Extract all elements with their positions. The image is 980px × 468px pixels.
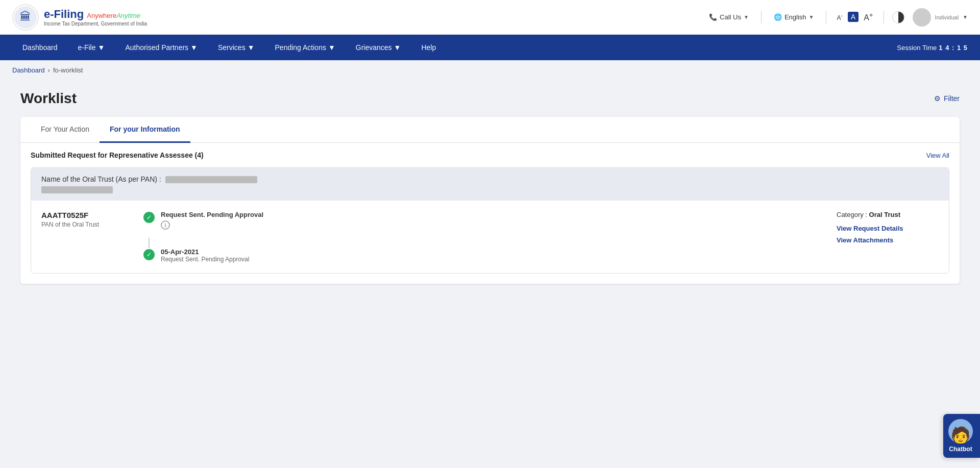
logo-text: e-Filing AnywhereAnytime Income Tax Depa… [44,8,147,27]
timeline-text-main-1: Request Sent. Pending Approval [161,211,263,218]
nav-pending-actions[interactable]: Pending Actions ▼ [265,35,346,60]
trust-name-redacted [165,176,257,183]
worklist-card: For Your Action For your Information Sub… [20,117,960,284]
session-label: Session Time [897,44,937,52]
page-title: Worklist [20,90,77,107]
view-all-link[interactable]: View All [926,152,949,159]
globe-icon: 🌐 [774,13,782,21]
meta-info: Category : Oral Trust View Request Detai… [837,211,939,248]
user-area: Individual ▼ [913,8,968,27]
timeline-text-sub-2: Request Sent. Pending Approval [161,256,249,263]
timeline-item-2: ✓ 05-Apr-2021 Request Sent. Pending Appr… [143,248,816,263]
font-large-button[interactable]: A+ [862,10,875,23]
grievances-chevron: ▼ [394,43,401,52]
filter-icon: ⚙ [934,94,941,103]
font-controls: A- A A+ [835,10,875,23]
breadcrumb-current: fo-worklist [53,66,83,74]
user-chevron[interactable]: ▼ [963,14,968,20]
phone-icon: 📞 [709,13,717,21]
request-card: Name of the Oral Trust (As per PAN) : AA… [31,167,949,274]
request-trust-name-label: Name of the Oral Trust (As per PAN) : [41,175,939,193]
svg-text:🏛: 🏛 [20,10,31,23]
breadcrumb-separator: › [48,66,50,74]
timeline-content-2: 05-Apr-2021 Request Sent. Pending Approv… [161,248,249,263]
language-chevron: ▼ [809,14,814,20]
tabs: For Your Action For your Information [20,117,960,143]
tab-for-your-information[interactable]: For your Information [100,117,190,143]
info-icon-1[interactable]: ℹ [161,220,170,230]
contrast-button[interactable] [892,11,904,23]
efile-chevron: ▼ [98,43,105,52]
pan-number: AAATT0525F [41,211,123,219]
timeline-content-1: Request Sent. Pending Approval ℹ [161,211,263,230]
emblem-icon: 🏛 [12,4,39,31]
filter-label: Filter [944,94,960,103]
font-small-button[interactable]: A- [835,12,844,22]
session-time: Session Time 1 4 : 1 5 [897,44,968,52]
font-medium-button[interactable]: A [848,12,859,22]
view-request-details-link[interactable]: View Request Details [837,225,939,232]
nav-dashboard[interactable]: Dashboard [12,35,68,60]
logo-area: 🏛 e-Filing AnywhereAnytime Income Tax De… [12,4,147,31]
category-text: Category : Oral Trust [837,211,939,218]
category-value: Oral Trust [869,211,900,218]
navigation: Dashboard e-File ▼ Authorised Partners ▼… [0,35,980,60]
check-icon-1: ✓ [143,212,155,223]
section-header: Submitted Request for Represenative Asse… [20,143,960,167]
breadcrumb-dashboard[interactable]: Dashboard [12,66,45,74]
call-us-label: Call Us [720,13,741,21]
call-us-chevron: ▼ [744,14,749,20]
section-title: Submitted Request for Represenative Asse… [31,151,204,159]
logo-subtitle: Income Tax Department, Government of Ind… [44,21,147,27]
language-button[interactable]: 🌐 English ▼ [770,11,818,23]
trust-name-redacted2 [41,186,113,193]
request-body: AAATT0525F PAN of the Oral Trust ✓ Reque… [31,201,949,273]
session-time-value: 1 4 : 1 5 [939,44,968,52]
main-content: Worklist ⚙ Filter For Your Action For yo… [0,80,980,304]
timeline-date: 05-Apr-2021 [161,248,249,256]
pending-chevron: ▼ [328,43,335,52]
pan-info: AAATT0525F PAN of the Oral Trust [41,211,123,228]
user-info: Individual [935,14,959,20]
divider2 [826,11,826,23]
header: 🏛 e-Filing AnywhereAnytime Income Tax De… [0,0,980,35]
user-type: Individual [935,14,959,20]
language-label: English [785,13,806,21]
nav-authorised-partners[interactable]: Authorised Partners ▼ [115,35,208,60]
breadcrumb: Dashboard › fo-worklist [0,60,980,80]
logo-brand: e-Filing AnywhereAnytime [44,8,147,21]
view-attachments-link[interactable]: View Attachments [837,236,939,244]
request-header-band: Name of the Oral Trust (As per PAN) : [31,168,949,201]
check-icon-2: ✓ [143,249,155,260]
auth-chevron: ▼ [190,43,198,52]
header-controls: 📞 Call Us ▼ 🌐 English ▼ A- A A+ Individu… [705,8,968,27]
nav-grievances[interactable]: Grievances ▼ [346,35,411,60]
divider3 [884,11,884,23]
timeline: ✓ Request Sent. Pending Approval ℹ ✓ 05-… [143,211,816,263]
timeline-item-1: ✓ Request Sent. Pending Approval ℹ [143,211,816,230]
timeline-connector [149,238,150,248]
divider [761,11,762,23]
pan-label: PAN of the Oral Trust [41,221,123,228]
services-chevron: ▼ [248,43,255,52]
nav-services[interactable]: Services ▼ [208,35,265,60]
tab-for-your-action[interactable]: For Your Action [31,117,100,143]
nav-help[interactable]: Help [411,35,446,60]
call-us-button[interactable]: 📞 Call Us ▼ [705,11,753,23]
page-header: Worklist ⚙ Filter [20,90,960,107]
avatar [913,8,931,27]
filter-button[interactable]: ⚙ Filter [934,94,960,103]
nav-efile[interactable]: e-File ▼ [68,35,115,60]
